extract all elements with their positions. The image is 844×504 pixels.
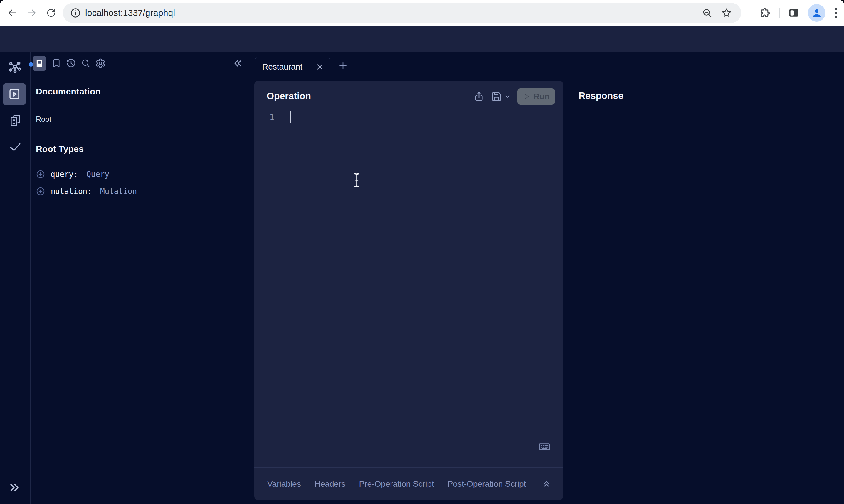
save-operation-group[interactable]	[491, 91, 511, 102]
double-chevron-right-icon	[7, 481, 21, 494]
divider	[36, 162, 177, 162]
root-type-row-mutation: mutation: Mutation	[36, 186, 249, 196]
browser-profile-avatar[interactable]	[808, 4, 826, 22]
tab-variables[interactable]: Variables	[267, 479, 301, 489]
bookmark-star-icon[interactable]	[717, 3, 736, 23]
person-icon	[810, 6, 823, 19]
document-list-icon	[34, 58, 44, 68]
tab-saved-operations[interactable]	[49, 56, 64, 71]
operation-editor-area[interactable]	[266, 110, 554, 465]
expand-footer-button[interactable]	[541, 479, 552, 489]
url-text: localhost:1337/graphql	[85, 8, 175, 18]
zoom-out-indicator-icon[interactable]	[698, 3, 717, 23]
close-tab-icon[interactable]	[315, 62, 324, 71]
tab-search-schema[interactable]	[79, 56, 93, 71]
search-icon	[81, 58, 91, 68]
field-name[interactable]: query:	[51, 170, 78, 179]
changelog-docs-icon	[8, 113, 22, 127]
browser-back-button[interactable]	[4, 5, 20, 21]
add-field-plus-icon[interactable]	[36, 169, 45, 179]
root-types-title: Root Types	[36, 144, 249, 154]
add-tab-button[interactable]	[337, 60, 349, 72]
tab-post-operation-script[interactable]: Post-Operation Script	[448, 479, 526, 489]
back-arrow-icon	[7, 7, 18, 18]
root-type-row-query: query: Query	[36, 169, 249, 179]
keyboard-shortcuts-icon[interactable]	[538, 440, 551, 453]
tab-history[interactable]	[64, 56, 79, 71]
play-icon	[523, 93, 530, 100]
apollo-toolbar: A SANDBOX http://localhost:1337/gra… Pub…	[0, 26, 844, 52]
chevron-down-icon	[504, 93, 511, 100]
field-type-link[interactable]: Query	[86, 170, 109, 179]
tab-documentation[interactable]	[33, 56, 46, 71]
side-panel-icon[interactable]	[787, 6, 800, 19]
left-icon-rail	[0, 52, 31, 504]
site-info-icon[interactable]	[70, 7, 81, 18]
save-floppy-icon	[491, 91, 502, 102]
address-bar[interactable]: localhost:1337/graphql	[63, 3, 741, 23]
sidebar-item-changelog[interactable]	[8, 113, 22, 127]
field-type-link[interactable]: Mutation	[100, 187, 137, 196]
tab-headers[interactable]: Headers	[314, 479, 346, 489]
toolbar-divider	[779, 7, 780, 18]
operation-footer-tabs: Variables Headers Pre-Operation Script P…	[254, 467, 563, 500]
browser-forward-button[interactable]	[23, 5, 40, 21]
history-clock-icon	[66, 58, 76, 69]
run-label: Run	[534, 92, 549, 101]
run-button[interactable]: Run	[517, 88, 555, 105]
expand-rail-button[interactable]	[7, 481, 21, 494]
tab-label: Restaurant	[262, 62, 315, 72]
add-field-plus-icon[interactable]	[36, 186, 45, 196]
explorer-play-icon	[7, 87, 21, 101]
operation-tab-restaurant[interactable]: Restaurant	[255, 57, 330, 76]
doc-root-link[interactable]: Root	[36, 115, 51, 124]
operation-panel-title: Operation	[266, 91, 311, 102]
browser-menu-kebab-icon[interactable]	[833, 6, 839, 20]
extensions-icon[interactable]	[759, 7, 772, 19]
share-operation-icon[interactable]	[473, 91, 485, 102]
response-panel-title: Response	[579, 90, 623, 101]
documentation-title: Documentation	[36, 87, 249, 96]
checkmark-icon	[8, 140, 23, 154]
mouse-text-cursor	[352, 173, 361, 188]
operation-editor-panel: Operation Run 1 Variables	[254, 81, 563, 500]
double-chevron-up-icon	[541, 479, 552, 489]
tab-explorer-settings[interactable]	[93, 56, 108, 71]
sidebar-item-explorer[interactable]	[3, 83, 26, 105]
forward-arrow-icon	[26, 7, 37, 18]
tab-pre-operation-script[interactable]: Pre-Operation Script	[359, 479, 434, 489]
documentation-toolbar	[30, 52, 254, 75]
divider	[36, 104, 177, 104]
gear-icon	[95, 58, 106, 69]
schema-graph-icon[interactable]	[7, 60, 22, 74]
double-chevron-left-icon	[232, 57, 244, 69]
documentation-panel: Documentation Root Root Types query: Que…	[30, 52, 254, 504]
reload-icon	[46, 7, 56, 18]
browser-reload-button[interactable]	[43, 5, 59, 21]
plus-icon	[338, 60, 348, 71]
collapse-panel-button[interactable]	[232, 57, 244, 69]
browser-chrome: localhost:1337/graphql	[0, 0, 844, 26]
bookmark-icon	[51, 58, 62, 68]
field-name[interactable]: mutation:	[51, 187, 92, 196]
sidebar-item-checks[interactable]	[8, 140, 23, 154]
